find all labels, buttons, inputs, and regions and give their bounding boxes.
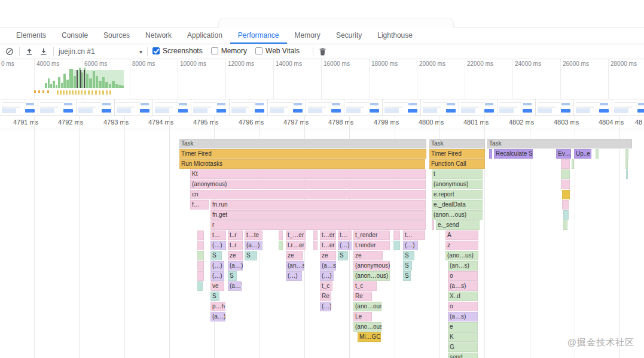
flame-bar-fragment[interactable] [197,281,203,291]
flame-bar-fragment[interactable] [625,159,628,169]
flame-bar[interactable]: e [448,322,478,332]
flame-bar-fragment[interactable] [626,169,628,179]
flame-bar[interactable]: Ev…l [556,149,572,159]
flame-bar[interactable]: o [448,271,478,281]
flame-bar[interactable]: Function Call [429,159,486,169]
flame-bar[interactable]: (a…) [228,281,242,291]
flame-bar-fragment[interactable] [562,190,570,199]
flame-bar[interactable]: t_render [353,230,390,240]
flame-bar-fragment[interactable] [596,149,599,159]
flame-bar[interactable]: S [403,271,411,281]
flame-bar[interactable]: (anon…ous) [432,210,483,220]
flame-bar-fragment[interactable] [313,241,318,250]
flame-bar[interactable]: ze [353,251,383,260]
flame-bar[interactable]: Up..e [574,149,592,159]
flame-bar-fragment[interactable] [197,271,205,281]
flame-bar-fragment[interactable] [197,241,205,250]
flame-bar[interactable]: f… [190,200,209,210]
flame-bar[interactable]: (a…) [228,261,243,271]
flame-bar[interactable]: e._send [436,220,480,230]
flame-bar[interactable]: t_…er [286,230,306,240]
flame-bar[interactable]: (…) [320,302,332,311]
flame-bar[interactable]: fn.get [210,210,426,220]
flame-bar[interactable]: (a…) [210,312,226,321]
flame-bar-fragment[interactable] [489,149,493,159]
flame-bar[interactable]: (a…s) [320,261,337,271]
flame-bar[interactable]: t..r [228,241,243,250]
flame-bar[interactable]: Mi…GC [358,332,381,342]
flame-bar[interactable]: Kt [190,169,426,179]
flame-bar[interactable]: (an…s) [286,261,305,271]
flame-bar[interactable]: t…er [320,241,337,250]
flame-bar[interactable]: Timer Fired [179,149,427,159]
flame-bar[interactable]: (a…s) [448,281,478,291]
task-bar[interactable]: Task [179,139,427,148]
flame-bar-fragment[interactable] [279,230,283,240]
flame-bar[interactable]: t_c [353,281,377,291]
flame-bar[interactable]: (a…s) [448,312,478,321]
flame-bar[interactable]: S [403,261,413,271]
flame-bar[interactable]: t… [210,230,227,240]
flame-bar[interactable]: (anonymous) [190,180,426,189]
flame-bar[interactable]: ze [320,251,337,260]
flame-bar[interactable]: ve [210,281,225,291]
flame-bar[interactable]: t…er [320,230,337,240]
flame-bar-fragment[interactable] [561,169,570,179]
flame-bar-fragment[interactable] [197,261,205,271]
flame-bar[interactable]: K [448,332,478,342]
task-bar[interactable]: Task [487,139,633,148]
flame-bar[interactable]: (an…s) [448,261,478,271]
flame-bar-fragment[interactable] [563,210,569,220]
flame-bar[interactable]: r [210,220,426,230]
flame-bar[interactable]: cn [190,190,426,199]
flame-bar[interactable]: o [448,302,478,311]
flame-bar[interactable]: (…) [210,241,227,250]
flame-bar-fragment[interactable] [393,241,401,250]
flame-bar[interactable]: fn.run [210,200,426,210]
flame-bar[interactable]: (a…) [245,241,263,250]
flame-bar-fragment[interactable] [625,149,629,159]
flame-bar-fragment[interactable] [572,159,575,169]
flame-bar-fragment[interactable] [562,200,569,210]
flame-bar-fragment[interactable] [279,241,283,250]
flame-bar[interactable]: (ano…ous) [353,322,382,332]
flame-bar[interactable]: t_c [320,281,333,291]
flame-bar[interactable]: S [210,292,220,301]
flame-bar[interactable]: (…) [210,261,225,271]
flame-bar[interactable]: (…) [338,241,352,250]
flame-bar[interactable]: S [403,251,415,260]
flame-bar[interactable]: (…) [286,271,303,281]
flame-bar[interactable]: ze [286,251,304,260]
flame-bar[interactable]: S [210,251,222,260]
flame-bar[interactable]: p…h [210,302,226,311]
flame-bar-fragment[interactable] [563,220,568,230]
flame-bar[interactable]: (anonymous) [432,180,483,189]
flame-bar[interactable]: z [445,241,479,250]
flame-bar[interactable]: t… [338,230,352,240]
flame-bar[interactable]: t… [403,230,426,240]
flame-bar[interactable]: (anon…ous) [353,271,390,281]
flame-bar-fragment[interactable] [561,159,570,169]
flame-bar[interactable]: (anonymous) [353,261,390,271]
flame-bar[interactable]: (…) [403,241,419,250]
flame-bar[interactable]: t.render [353,241,390,250]
flame-bar[interactable]: Recalculate Style [494,149,533,159]
flame-bar[interactable]: (…) [320,271,334,281]
flame-bar[interactable]: A [445,230,479,240]
flame-bar[interactable]: t.r…er [286,241,306,250]
flame-bar[interactable]: (…) [210,271,225,281]
flame-bar[interactable]: Re [353,292,373,301]
flame-chart[interactable]: TaskTimer FiredRun MicrotasksKt(anonymou… [0,0,644,358]
flame-bar[interactable]: Le [353,312,373,321]
flame-bar[interactable]: (ano…ous) [353,302,382,311]
flame-bar[interactable]: G [448,342,478,352]
flame-bar[interactable]: t..r [228,230,243,240]
flame-bar-fragment[interactable] [393,230,401,240]
flame-bar[interactable]: e.report [432,190,483,199]
flame-bar[interactable]: S [245,251,258,260]
task-bar[interactable]: Task [429,139,486,148]
flame-bar[interactable]: S [228,271,237,281]
flame-bar-fragment[interactable] [197,251,205,260]
flame-bar-fragment[interactable] [432,220,435,230]
flame-bar[interactable]: X..d [448,292,478,301]
